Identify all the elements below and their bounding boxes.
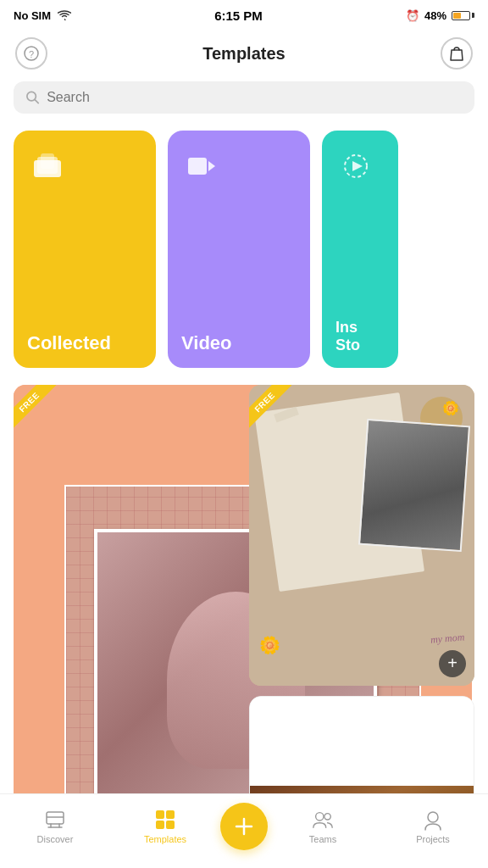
svg-point-24: [428, 812, 438, 822]
categories-row: Collected Video InsSto: [0, 122, 488, 381]
nav-item-templates[interactable]: Templates: [110, 809, 220, 844]
template-card-2[interactable]: FREE 🌼 my mom 🌼 +: [249, 385, 474, 686]
nav-plus-button[interactable]: [220, 803, 268, 850]
svg-marker-8: [208, 161, 215, 171]
svg-point-22: [316, 812, 324, 820]
free-badge-1: FREE: [14, 385, 68, 439]
nav-item-discover[interactable]: Discover: [0, 809, 110, 844]
status-left: No SIM: [14, 9, 71, 22]
help-icon: ?: [24, 46, 39, 61]
time-label: 6:15 PM: [214, 8, 263, 23]
search-icon: [25, 90, 40, 105]
status-right: ⏰ 48%: [406, 9, 474, 22]
add-button-2[interactable]: +: [439, 650, 466, 677]
svg-rect-16: [156, 810, 164, 819]
bag-icon: [447, 44, 466, 63]
search-container: [0, 76, 488, 122]
category-card-video[interactable]: Video: [168, 131, 310, 368]
battery-indicator: [452, 11, 474, 20]
nav-item-projects[interactable]: Projects: [378, 809, 488, 844]
free-badge-2: FREE: [249, 385, 303, 439]
carrier-label: No SIM: [14, 9, 51, 22]
nav-label-templates: Templates: [144, 834, 186, 844]
svg-text:?: ?: [29, 49, 34, 59]
svg-line-3: [35, 99, 38, 103]
svg-rect-17: [166, 810, 175, 819]
battery-label: 48%: [424, 9, 446, 22]
category-label-video: Video: [181, 332, 297, 354]
free-label-1: FREE: [14, 385, 56, 429]
category-label-collected: Collected: [27, 332, 142, 354]
daisy-circle-sticker: 🌼: [442, 400, 459, 416]
category-card-instagram-story[interactable]: InsSto: [322, 131, 398, 368]
svg-rect-7: [188, 158, 207, 175]
alarm-icon: ⏰: [406, 9, 419, 22]
nav-label-projects: Projects: [416, 834, 450, 844]
free-label-2: FREE: [249, 385, 291, 429]
wifi-icon: [58, 10, 71, 20]
daisy-sticker: 🌼: [259, 635, 280, 655]
teams-icon: [312, 809, 334, 831]
svg-rect-18: [156, 821, 164, 829]
search-bar[interactable]: [14, 81, 474, 114]
svg-point-23: [324, 813, 330, 819]
plus-icon: [232, 815, 256, 838]
projects-icon: [422, 809, 444, 831]
nav-label-discover: Discover: [37, 834, 74, 844]
svg-marker-10: [352, 161, 363, 171]
page-title: Templates: [202, 44, 285, 64]
nav-item-teams[interactable]: Teams: [268, 809, 378, 844]
category-icon-collected: [30, 149, 64, 183]
category-icon-video: [185, 149, 219, 183]
bottom-nav: Discover Templates: [0, 793, 488, 868]
svg-rect-6: [41, 153, 54, 169]
discover-icon: [44, 809, 66, 831]
header: ? Templates: [0, 31, 488, 76]
help-button[interactable]: ?: [15, 37, 47, 70]
templates-icon: [154, 809, 176, 831]
handwriting-label: my mom: [430, 631, 464, 646]
category-card-collected[interactable]: Collected: [14, 131, 156, 368]
status-bar: No SIM 6:15 PM ⏰ 48%: [0, 0, 488, 31]
category-icon-instagram-story: [339, 149, 373, 183]
svg-rect-19: [166, 821, 175, 829]
category-label-instagram-story: InsSto: [336, 319, 385, 354]
cart-button[interactable]: [441, 37, 473, 70]
svg-rect-11: [47, 812, 64, 824]
search-input[interactable]: [47, 90, 463, 105]
nav-label-teams: Teams: [309, 834, 336, 844]
